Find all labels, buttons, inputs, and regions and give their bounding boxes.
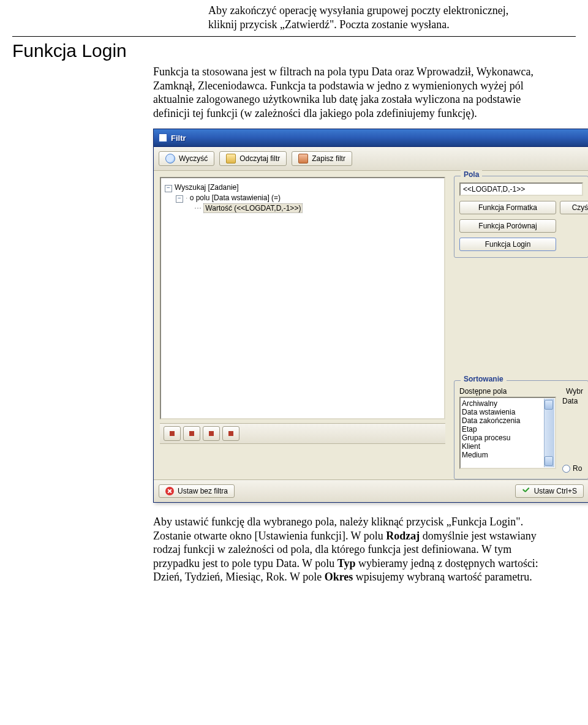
set-without-filter-label: Ustaw bez filtra xyxy=(178,487,228,495)
open-icon xyxy=(226,154,236,163)
pola-value-input[interactable] xyxy=(459,182,583,196)
cancel-icon xyxy=(165,487,174,495)
list-item[interactable]: Data xyxy=(562,397,582,405)
list-item[interactable]: Data zakończenia xyxy=(462,416,554,425)
scrollbar[interactable] xyxy=(544,399,554,467)
clear-icon xyxy=(165,154,175,163)
pola-group-title: Pola xyxy=(461,170,482,179)
tree-collapse-icon[interactable]: − xyxy=(165,185,172,192)
open-filter-button[interactable]: Odczytaj filtr xyxy=(219,151,287,166)
ok-icon xyxy=(522,487,530,495)
available-fields-list[interactable]: Archiwalny Data wstawienia Data zakończe… xyxy=(459,397,556,469)
save-filter-label: Zapisz filtr xyxy=(312,154,345,163)
list-item[interactable]: Grupa procesu xyxy=(462,434,554,442)
filter-window: Filtr Wyczyść Odczytaj filtr Zapisz filt… xyxy=(153,129,588,503)
move-up-button[interactable] xyxy=(183,426,200,441)
list-item[interactable]: Klient xyxy=(462,442,554,451)
window-icon xyxy=(159,133,167,142)
sort-order-radio[interactable] xyxy=(562,465,570,473)
move-bottom-button[interactable] xyxy=(222,426,239,441)
set-without-filter-button[interactable]: Ustaw bez filtra xyxy=(159,484,235,498)
screenshot-figure: Filtr Wyczyść Odczytaj filtr Zapisz filt… xyxy=(153,129,588,503)
mid-paragraph: Funkcja ta stosowana jest w filtrach na … xyxy=(153,65,551,120)
available-fields-label: Dostępne pola xyxy=(459,387,507,396)
tree-collapse-icon[interactable]: − xyxy=(176,195,183,203)
criteria-tree[interactable]: −Wyszukaj [Zadanie] −· o polu [Data wsta… xyxy=(160,177,445,419)
tree-node[interactable]: o polu [Data wstawienia] (=) xyxy=(190,193,281,202)
outro-paragraph: Aby ustawić funkcję dla wybranego pola, … xyxy=(153,515,545,584)
window-title: Filtr xyxy=(171,133,186,143)
move-top-button[interactable] xyxy=(164,426,181,441)
set-button-label: Ustaw Ctrl+S xyxy=(534,487,577,495)
open-filter-label: Odczytaj filtr xyxy=(239,154,280,163)
funkcja-login-button[interactable]: Funkcja Login xyxy=(459,238,556,251)
sortowanie-group: Sortowanie Dostępne pola Wybr Archiwalny… xyxy=(454,380,588,479)
clear-button[interactable]: Wyczyść xyxy=(159,151,214,166)
clear-button-label: Wyczyść xyxy=(179,154,208,163)
list-item[interactable]: Archiwalny xyxy=(462,399,554,408)
save-filter-button[interactable]: Zapisz filtr xyxy=(292,151,352,166)
list-item[interactable]: Etap xyxy=(462,425,554,434)
window-titlebar[interactable]: Filtr xyxy=(154,129,588,147)
czys-button[interactable]: Czyś xyxy=(560,201,588,214)
bottom-bar: Ustaw bez filtra Ustaw Ctrl+S xyxy=(154,479,588,502)
section-rule xyxy=(12,36,576,37)
list-item[interactable]: Medium xyxy=(462,451,554,459)
set-button[interactable]: Ustaw Ctrl+S xyxy=(515,484,584,498)
move-down-button[interactable] xyxy=(203,426,220,441)
tree-root: Wyszukaj [Zadanie] xyxy=(175,183,239,192)
tree-reorder-toolbar xyxy=(160,423,445,444)
funkcja-porownaj-button[interactable]: Funkcja Porównaj xyxy=(459,219,556,233)
sort-order-label: Ro xyxy=(573,464,582,473)
save-icon xyxy=(298,154,308,163)
tree-leaf-value[interactable]: Wartość (<<LOGDAT,D,-1>>) xyxy=(203,203,303,213)
pola-group: Pola Funkcja Formatka Czyś Funkcja Porów… xyxy=(454,176,588,258)
toolbar: Wyczyść Odczytaj filtr Zapisz filtr xyxy=(154,147,588,171)
intro-paragraph: Aby zakończyć operację wysyłania grupowe… xyxy=(208,4,539,31)
sortowanie-title: Sortowanie xyxy=(461,375,507,383)
funkcja-formatka-button[interactable]: Funkcja Formatka xyxy=(459,201,556,214)
section-heading: Funkcja Login xyxy=(12,40,588,61)
list-item[interactable]: Data wstawienia xyxy=(462,408,554,416)
selected-fields-label: Wybr xyxy=(566,387,583,396)
